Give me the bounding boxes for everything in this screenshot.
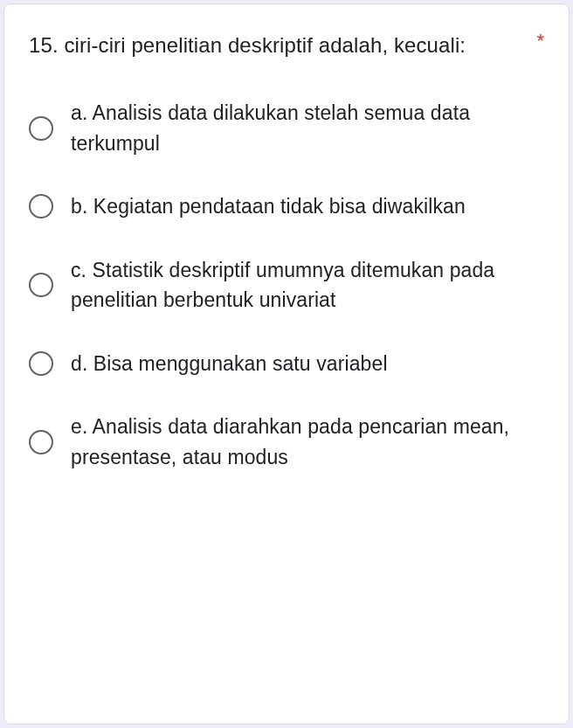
radio-icon bbox=[29, 194, 53, 218]
question-text: 15. ciri-ciri penelitian deskriptif adal… bbox=[29, 29, 526, 61]
option-label: d. Bisa menggunakan satu variabel bbox=[71, 349, 388, 379]
radio-icon bbox=[29, 430, 53, 454]
question-header: 15. ciri-ciri penelitian deskriptif adal… bbox=[29, 29, 544, 61]
radio-icon bbox=[29, 273, 53, 297]
options-container: a. Analisis data dilakukan stelah semua … bbox=[29, 98, 544, 472]
option-label: b. Kegiatan pendataan tidak bisa diwakil… bbox=[71, 191, 466, 222]
option-label: e. Analisis data diarahkan pada pencaria… bbox=[71, 412, 544, 472]
question-card: 15. ciri-ciri penelitian deskriptif adal… bbox=[3, 3, 570, 725]
option-e[interactable]: e. Analisis data diarahkan pada pencaria… bbox=[29, 412, 544, 472]
radio-icon bbox=[29, 351, 53, 376]
option-label: a. Analisis data dilakukan stelah semua … bbox=[71, 98, 544, 158]
radio-icon bbox=[29, 116, 53, 141]
option-d[interactable]: d. Bisa menggunakan satu variabel bbox=[29, 349, 544, 379]
option-b[interactable]: b. Kegiatan pendataan tidak bisa diwakil… bbox=[29, 191, 544, 222]
option-c[interactable]: c. Statistik deskriptif umumnya ditemuka… bbox=[29, 255, 544, 315]
required-asterisk: * bbox=[536, 29, 544, 54]
option-a[interactable]: a. Analisis data dilakukan stelah semua … bbox=[29, 98, 544, 158]
option-label: c. Statistik deskriptif umumnya ditemuka… bbox=[71, 255, 544, 315]
